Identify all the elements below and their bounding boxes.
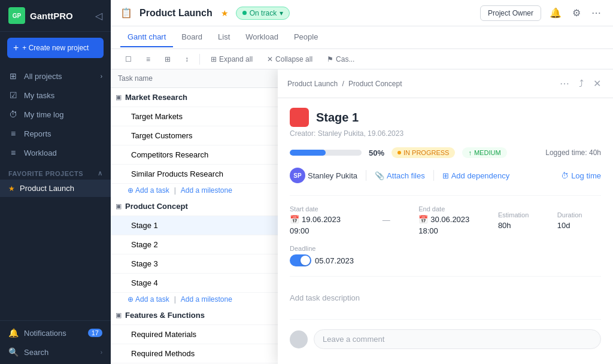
panel-share-btn[interactable]: ⤴ — [576, 77, 586, 90]
logo-icon: GP — [8, 7, 25, 24]
comment-input[interactable]: Leave a comment — [314, 329, 601, 349]
breadcrumb: Product Launch / Product Concept — [287, 80, 553, 88]
log-time-btn[interactable]: ⏱ Log time — [561, 171, 601, 180]
notifications-header-icon[interactable]: 🔔 — [547, 5, 564, 21]
star-icon: ★ — [8, 184, 15, 193]
toolbar-checkbox-btn[interactable]: ☐ — [120, 53, 136, 65]
start-time-value[interactable]: 09:00 — [290, 226, 373, 235]
sidebar-logo-section: GP GanttPRO ◁ — [0, 0, 111, 32]
dependency-icon: ⊞ — [442, 171, 449, 180]
action-separator — [366, 170, 366, 181]
page-header: 📋 Product Launch ★ On track ▾ Project Ow… — [111, 0, 613, 26]
collapse-group-icon[interactable]: ▣ — [116, 202, 122, 210]
view-tabs: Gantt chart Board List Workload People — [111, 26, 613, 49]
estimation-value[interactable]: 80h — [498, 221, 548, 230]
duration-label: Duration — [557, 211, 601, 219]
progress-bar[interactable] — [290, 150, 362, 156]
project-owner-button[interactable]: Project Owner — [480, 5, 541, 21]
collapse-icon: ✕ — [267, 55, 273, 63]
add-task-link[interactable]: ⊕ Add a task — [128, 186, 169, 195]
sidebar-collapse-btn[interactable]: ◁ — [95, 10, 102, 22]
sidebar-item-product-launch[interactable]: ★ Product Launch — [0, 180, 111, 197]
favorite-star-icon[interactable]: ★ — [221, 8, 229, 18]
estimation-label: Estimation — [498, 211, 548, 219]
status-pill[interactable]: IN PROGRESS — [392, 147, 455, 158]
plus-circle-icon: ⊕ — [128, 295, 133, 304]
chevron-up-icon[interactable]: ∧ — [98, 169, 103, 177]
collapse-all-button[interactable]: ✕ Collapse all — [262, 53, 317, 65]
calendar-icon: 📅 — [418, 215, 428, 224]
stage-creator: Creator: Stanley Pukita, 19.06.2023 — [290, 129, 601, 138]
sidebar-item-notifications[interactable]: 🔔 Notifications 17 — [0, 323, 111, 342]
toolbar-sort-btn[interactable]: ↕ — [180, 53, 193, 65]
deadline-toggle[interactable]: 05.07.2023 — [290, 254, 373, 266]
cas-icon: ⚑ — [327, 55, 333, 63]
progress-percentage: 50% — [369, 148, 384, 157]
workload-icon: ≡ — [8, 148, 18, 157]
panel-header: Product Launch / Product Concept ⋯ ⤴ ✕ — [278, 69, 613, 98]
add-milestone-link[interactable]: Add a milestone — [181, 186, 232, 195]
sidebar-item-all-projects[interactable]: ⊞ All projects › — [0, 66, 111, 86]
settings-icon[interactable]: ⚙ — [570, 5, 583, 21]
progress-fill — [290, 150, 326, 156]
logo-text: GanttPRO — [30, 11, 73, 21]
toolbar-columns-btn[interactable]: ⊞ — [160, 53, 175, 65]
expand-all-button[interactable]: ⊞ Expand all — [206, 53, 257, 65]
start-date-value[interactable]: 📅 19.06.2023 — [290, 215, 373, 224]
collapse-group-icon[interactable]: ▣ — [116, 311, 122, 319]
panel-close-btn[interactable]: ✕ — [591, 77, 603, 90]
expand-icon: ⊞ — [211, 55, 217, 63]
end-date-value[interactable]: 📅 30.06.2023 — [418, 215, 488, 224]
deadline-label: Deadline — [290, 245, 373, 252]
stage-color-indicator[interactable] — [290, 108, 309, 127]
comment-input-row: Leave a comment — [290, 329, 601, 349]
toolbar-list-btn[interactable]: ≡ — [141, 53, 155, 65]
tab-people[interactable]: People — [287, 28, 325, 47]
end-time-value[interactable]: 18:00 — [418, 226, 488, 235]
sidebar-item-my-time-log[interactable]: ⏱ My time log — [0, 105, 111, 124]
action-row: SP Stanley Pukita 📎 Attach files ⊞ Add d… — [290, 168, 601, 183]
toggle-thumb — [301, 256, 310, 265]
task-description[interactable]: Add task description — [290, 286, 601, 310]
gantt-icon: 📋 — [120, 7, 132, 19]
header-right-actions: Project Owner 🔔 ⚙ ⋯ — [480, 5, 603, 21]
priority-pill[interactable]: ↑ MEDIUM — [462, 147, 506, 158]
add-milestone-link[interactable]: Add a milestone — [181, 295, 232, 304]
end-date-field: End date 📅 30.06.2023 18:00 — [418, 205, 488, 235]
chevron-right-icon: › — [101, 349, 102, 356]
bell-icon: 🔔 — [8, 328, 18, 338]
status-badge[interactable]: On track ▾ — [236, 7, 290, 20]
sidebar-item-my-tasks[interactable]: ☑ My tasks — [0, 86, 111, 105]
clock-log-icon: ⏱ — [561, 171, 569, 180]
create-project-button[interactable]: + + Create new project — [7, 38, 104, 58]
priority-icon: ↑ — [468, 149, 472, 156]
clock-icon: ⏱ — [8, 110, 18, 119]
paperclip-icon: 📎 — [375, 171, 384, 180]
sidebar-item-reports[interactable]: ≡ Reports — [0, 124, 111, 143]
attach-files-btn[interactable]: 📎 Attach files — [370, 169, 430, 183]
tab-board[interactable]: Board — [174, 28, 210, 47]
page-title: Product Launch — [139, 8, 213, 19]
duration-field: Duration 10d — [557, 211, 601, 230]
sidebar-item-workload[interactable]: ≡ Workload — [0, 143, 111, 162]
calendar-icon: 📅 — [290, 215, 299, 224]
tab-gantt-chart[interactable]: Gantt chart — [120, 28, 173, 47]
cas-button[interactable]: ⚑ Cas... — [322, 53, 359, 65]
notification-badge: 17 — [88, 329, 102, 337]
stage-header: Stage 1 — [290, 108, 601, 127]
tab-list[interactable]: List — [211, 28, 237, 47]
add-task-link[interactable]: ⊕ Add a task — [128, 295, 169, 304]
plus-circle-icon: ⊕ — [128, 186, 133, 195]
tab-workload[interactable]: Workload — [238, 28, 286, 47]
deadline-toggle-switch[interactable] — [290, 254, 311, 266]
panel-more-options-btn[interactable]: ⋯ — [557, 77, 572, 90]
assignee-name: Stanley Pukita — [308, 171, 357, 180]
stage-title: Stage 1 — [316, 111, 359, 125]
more-options-icon[interactable]: ⋯ — [589, 5, 603, 21]
sidebar-item-search[interactable]: 🔍 Search › — [0, 342, 111, 362]
duration-value[interactable]: 10d — [557, 221, 601, 230]
collapse-group-icon[interactable]: ▣ — [116, 93, 122, 101]
status-dot-green — [242, 11, 247, 15]
add-dependency-btn[interactable]: ⊞ Add dependency — [438, 169, 515, 183]
chevron-down-icon: ▾ — [280, 9, 283, 17]
